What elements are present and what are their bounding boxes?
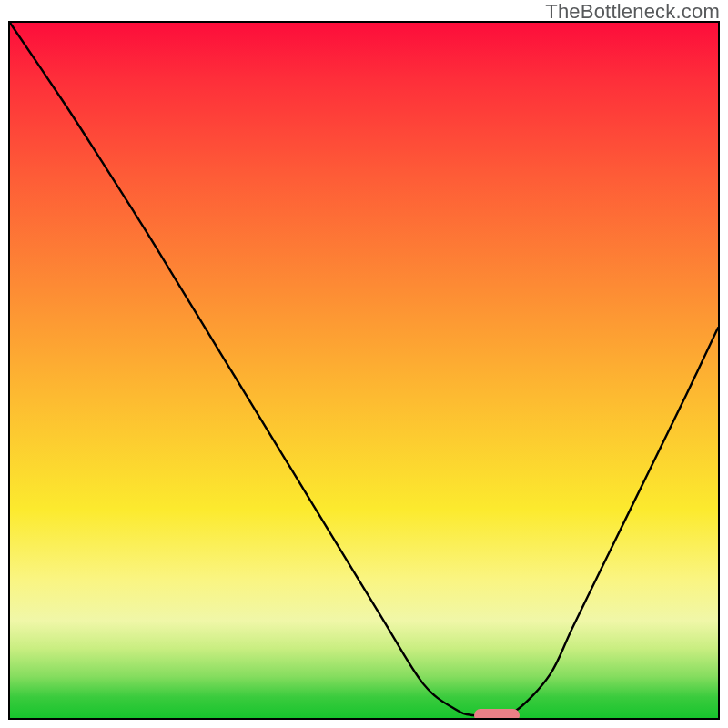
plot-area (8, 21, 720, 720)
optimal-range-marker (474, 709, 520, 720)
heat-gradient-background (10, 23, 718, 718)
chart-stage: TheBottleneck.com (0, 0, 728, 728)
